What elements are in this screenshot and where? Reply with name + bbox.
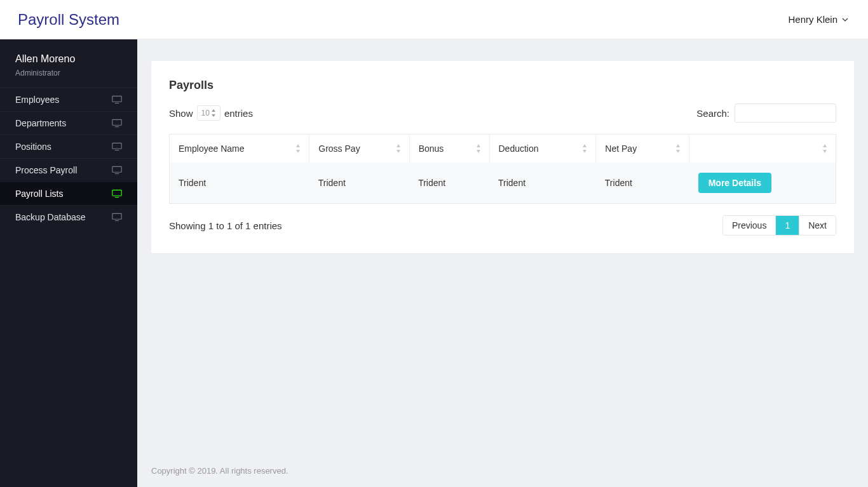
nav-item-employees[interactable]: Employees [0, 88, 137, 111]
col-bonus[interactable]: Bonus [409, 135, 489, 163]
sort-arrows-icon [211, 109, 216, 117]
main-content: Payrolls Show 10 entries Search: Employe… [137, 39, 868, 487]
table-info: Showing 1 to 1 of 1 entries [169, 220, 282, 231]
cell-gross-pay: Trident [309, 163, 409, 204]
sort-icon [295, 144, 301, 153]
user-name: Henry Klein [788, 14, 837, 25]
nav-label: Positions [15, 142, 51, 152]
cell-deduction: Trident [489, 163, 596, 204]
sort-icon [581, 144, 588, 153]
svg-marker-17 [397, 150, 400, 153]
nav-label: Payroll Lists [15, 189, 63, 199]
sort-icon [475, 144, 482, 153]
svg-marker-25 [823, 150, 827, 153]
search-label: Search: [696, 108, 729, 119]
svg-rect-4 [112, 143, 121, 149]
payrolls-table: Employee Name Gross Pay Bonus Deduction [169, 134, 836, 204]
svg-rect-2 [112, 119, 121, 125]
sort-icon [395, 144, 402, 153]
col-action[interactable] [689, 135, 836, 163]
nav-item-backup-database[interactable]: Backup Database [0, 205, 137, 229]
search-input[interactable] [735, 103, 836, 123]
svg-marker-12 [212, 109, 215, 112]
svg-marker-15 [296, 150, 300, 153]
entries-value: 10 [201, 109, 210, 117]
monitor-icon [112, 119, 122, 128]
page-1-button[interactable]: 1 [776, 216, 799, 235]
svg-marker-19 [477, 150, 480, 153]
svg-marker-24 [823, 144, 827, 147]
search-area: Search: [696, 103, 836, 123]
monitor-icon [112, 95, 122, 104]
svg-rect-10 [112, 213, 121, 219]
col-label: Net Pay [605, 143, 637, 154]
svg-marker-21 [583, 150, 587, 153]
entries-select[interactable]: 10 [197, 105, 220, 121]
profile-name: Allen Moreno [15, 53, 122, 65]
chevron-down-icon [841, 16, 849, 23]
nav-item-payroll-lists[interactable]: Payroll Lists [0, 182, 137, 205]
svg-marker-16 [397, 144, 400, 147]
more-details-button[interactable]: More Details [698, 173, 771, 193]
monitor-icon [112, 189, 122, 198]
col-employee-name[interactable]: Employee Name [170, 135, 309, 163]
col-label: Gross Pay [318, 143, 360, 154]
monitor-icon [112, 166, 122, 175]
cell-action: More Details [689, 163, 836, 204]
show-label-pre: Show [169, 108, 193, 119]
page-footer: Copyright © 2019. All rights reserved. [151, 455, 854, 487]
user-menu[interactable]: Henry Klein [788, 14, 849, 25]
col-label: Deduction [499, 143, 539, 154]
svg-marker-13 [212, 114, 215, 117]
svg-rect-0 [112, 96, 121, 102]
col-deduction[interactable]: Deduction [489, 135, 596, 163]
sidebar: Allen Moreno Administrator Employees Dep… [0, 39, 137, 487]
profile-block: Allen Moreno Administrator [0, 39, 137, 88]
brand-title: Payroll System [18, 11, 119, 29]
svg-marker-20 [583, 144, 587, 147]
cell-employee-name: Trident [170, 163, 309, 204]
header-right: Henry Klein [137, 14, 868, 25]
nav-label: Departments [15, 118, 66, 128]
col-gross-pay[interactable]: Gross Pay [309, 135, 409, 163]
cell-net-pay: Trident [596, 163, 689, 204]
table-header-row: Employee Name Gross Pay Bonus Deduction [170, 135, 836, 163]
svg-marker-22 [676, 144, 680, 147]
top-header: Payroll System Henry Klein [0, 0, 868, 39]
table-footer: Showing 1 to 1 of 1 entries Previous 1 N… [169, 215, 836, 236]
pagination: Previous 1 Next [722, 215, 836, 236]
table-row: Trident Trident Trident Trident Trident … [170, 163, 836, 204]
svg-marker-18 [477, 144, 480, 147]
svg-marker-14 [296, 144, 300, 147]
nav-item-departments[interactable]: Departments [0, 111, 137, 135]
svg-marker-23 [676, 150, 680, 153]
brand-area: Payroll System [0, 0, 137, 39]
monitor-icon [112, 142, 122, 151]
nav-label: Process Payroll [15, 165, 77, 175]
show-entries: Show 10 entries [169, 105, 253, 121]
nav-item-process-payroll[interactable]: Process Payroll [0, 158, 137, 182]
nav-list: Employees Departments Positions Process … [0, 88, 137, 229]
payrolls-card: Payrolls Show 10 entries Search: Employe… [151, 61, 854, 253]
profile-role: Administrator [15, 69, 122, 77]
page-next-button[interactable]: Next [799, 216, 836, 235]
col-label: Employee Name [179, 143, 245, 154]
show-label-post: entries [224, 108, 253, 119]
col-label: Bonus [419, 143, 444, 154]
nav-label: Employees [15, 95, 59, 105]
monitor-icon [112, 213, 122, 222]
nav-item-positions[interactable]: Positions [0, 135, 137, 158]
col-net-pay[interactable]: Net Pay [596, 135, 689, 163]
svg-rect-6 [112, 166, 121, 172]
table-controls: Show 10 entries Search: [169, 103, 836, 123]
page-prev-button[interactable]: Previous [723, 216, 776, 235]
sort-icon [822, 144, 828, 153]
sort-icon [675, 144, 681, 153]
card-title: Payrolls [169, 79, 836, 92]
nav-label: Backup Database [15, 212, 86, 222]
svg-rect-8 [112, 190, 121, 196]
cell-bonus: Trident [409, 163, 489, 204]
